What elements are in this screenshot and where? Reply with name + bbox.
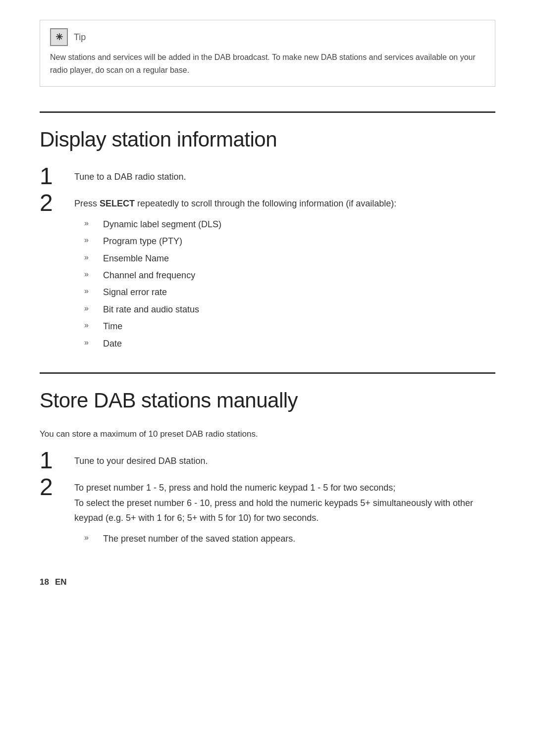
list-item: »Program type (PTY) <box>84 233 495 249</box>
section2-step2-sub-item: » The preset number of the saved station… <box>84 531 495 547</box>
list-item: »Date <box>84 336 495 352</box>
list-item: »Time <box>84 318 495 334</box>
sub-bullet: » <box>84 318 99 333</box>
list-item-text: Bit rate and audio status <box>103 302 199 317</box>
section2-step2-text2: To select the preset number 6 - 10, pres… <box>74 498 473 523</box>
footer: 18 EN <box>40 577 495 587</box>
list-item: »Channel and frequency <box>84 267 495 283</box>
list-item: »Dynamic label segment (DLS) <box>84 216 495 232</box>
list-item-text: Program type (PTY) <box>103 233 182 249</box>
section2-step2: 2 To preset number 1 - 5, press and hold… <box>40 477 495 548</box>
section2-intro: You can store a maximum of 10 preset DAB… <box>40 427 495 441</box>
list-item-text: Signal error rate <box>103 284 167 300</box>
tip-box: ✳ Tip New stations and services will be … <box>40 20 495 87</box>
section1-step2: 2 Press SELECT repeatedly to scroll thro… <box>40 193 495 353</box>
section1-divider <box>40 111 495 113</box>
section2-step2-number: 2 <box>40 475 64 499</box>
list-item: »Bit rate and audio status <box>84 302 495 317</box>
section1-step1-number: 1 <box>40 164 64 188</box>
list-item-text: Time <box>103 318 122 334</box>
sub-bullet: » <box>84 216 99 231</box>
tip-label: Tip <box>74 32 86 43</box>
tip-header: ✳ Tip <box>50 28 485 46</box>
section1-step1-text: Tune to a DAB radio station. <box>74 172 186 182</box>
section2-divider <box>40 372 495 374</box>
section2-step1: 1 Tune to your desired DAB station. <box>40 451 495 472</box>
section2-step1-text: Tune to your desired DAB station. <box>74 456 208 466</box>
sub-bullet: » <box>84 336 99 350</box>
section2-title: Store DAB stations manually <box>40 389 495 412</box>
section2-step2-text1: To preset number 1 - 5, press and hold t… <box>74 483 395 493</box>
list-item-text: Ensemble Name <box>103 251 169 266</box>
footer-language: EN <box>55 577 67 587</box>
section1-step2-text-after: repeatedly to scroll through the followi… <box>135 199 396 208</box>
sub-bullet: » <box>84 284 99 299</box>
sub-bullet: » <box>84 251 99 265</box>
section1-step2-list: »Dynamic label segment (DLS)»Program typ… <box>84 216 495 352</box>
sub-bullet: » <box>84 302 99 316</box>
section1-step2-text-before: Press <box>74 199 100 208</box>
list-item-text: Date <box>103 336 122 352</box>
section1-title: Display station information <box>40 128 495 151</box>
tip-icon: ✳ <box>50 28 68 46</box>
footer-page-number: 18 <box>40 577 49 587</box>
section-store-dab-stations: Store DAB stations manually You can stor… <box>40 389 495 548</box>
list-item-text: Dynamic label segment (DLS) <box>103 216 221 232</box>
section1-step2-content: Press SELECT repeatedly to scroll throug… <box>74 193 495 353</box>
section-display-station-info: Display station information 1 Tune to a … <box>40 128 495 353</box>
section1-step1: 1 Tune to a DAB radio station. <box>40 166 495 188</box>
section2-sub-bullet: » <box>84 531 99 545</box>
section2-sub-item-text: The preset number of the saved station a… <box>103 531 295 547</box>
section2-step1-content: Tune to your desired DAB station. <box>74 451 495 469</box>
section2-step2-list: » The preset number of the saved station… <box>84 531 495 547</box>
section2-step1-number: 1 <box>40 449 64 472</box>
section1-step2-select: SELECT <box>100 199 135 208</box>
section1-step1-content: Tune to a DAB radio station. <box>74 166 495 185</box>
list-item-text: Channel and frequency <box>103 267 195 283</box>
list-item: »Ensemble Name <box>84 251 495 266</box>
section2-step2-content: To preset number 1 - 5, press and hold t… <box>74 477 495 548</box>
sub-bullet: » <box>84 267 99 282</box>
tip-text: New stations and services will be added … <box>50 51 485 76</box>
section1-step2-number: 2 <box>40 191 64 215</box>
tip-icon-symbol: ✳ <box>55 32 63 43</box>
list-item: »Signal error rate <box>84 284 495 300</box>
section1-steps: 1 Tune to a DAB radio station. 2 Press S… <box>40 166 495 353</box>
sub-bullet: » <box>84 233 99 248</box>
section2-steps: 1 Tune to your desired DAB station. 2 To… <box>40 451 495 548</box>
